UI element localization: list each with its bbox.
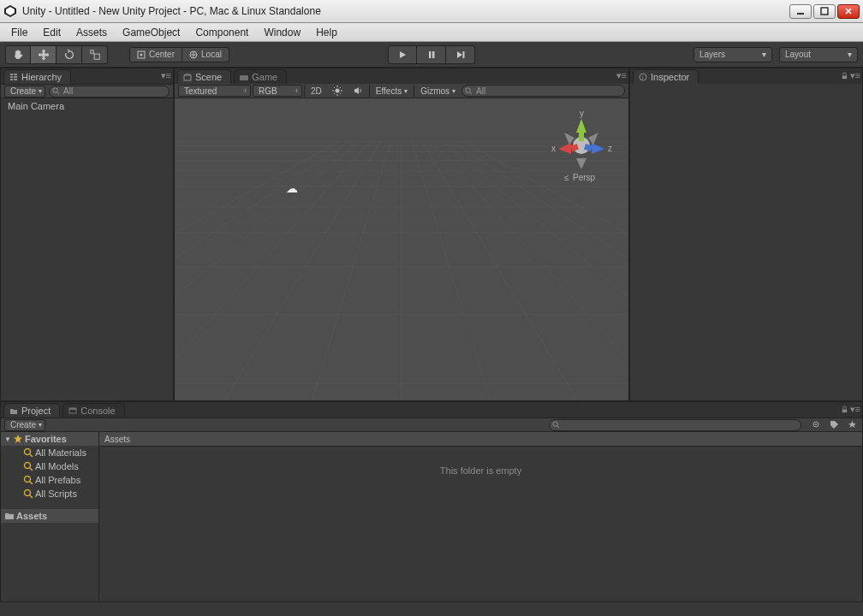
- pivot-local-button[interactable]: Local: [182, 47, 229, 62]
- menu-gameobject[interactable]: GameObject: [115, 25, 187, 40]
- pivot-center-button[interactable]: Center: [129, 47, 182, 62]
- svg-point-20: [53, 88, 57, 92]
- scene-viewport[interactable]: ☁ y x z: [175, 98, 628, 400]
- svg-point-85: [25, 477, 31, 483]
- tab-console[interactable]: Console: [62, 403, 124, 418]
- svg-marker-65: [592, 143, 604, 154]
- fav-all-materials[interactable]: All Materials: [1, 446, 98, 459]
- menu-help[interactable]: Help: [308, 25, 345, 40]
- scene-light-toggle[interactable]: [328, 85, 347, 97]
- svg-point-22: [335, 89, 339, 93]
- titlebar: Unity - Untitled - New Unity Project - P…: [0, 0, 863, 23]
- step-button[interactable]: [446, 45, 475, 64]
- lock-icon[interactable]: [841, 406, 848, 413]
- search-by-label-icon[interactable]: [828, 418, 841, 431]
- scene-2d-toggle[interactable]: 2D: [307, 85, 326, 97]
- project-panel: Project Console ▾≡ Create ▼: [0, 401, 863, 616]
- svg-line-28: [340, 93, 341, 94]
- lock-icon[interactable]: [841, 72, 848, 80]
- unity-logo-icon: [3, 4, 17, 18]
- maximize-button[interactable]: [813, 4, 836, 19]
- svg-rect-76: [69, 408, 76, 410]
- svg-marker-12: [457, 51, 462, 58]
- svg-point-78: [553, 422, 557, 426]
- directional-light-icon: ☁: [286, 181, 298, 195]
- save-search-icon[interactable]: [846, 418, 859, 431]
- play-button[interactable]: [388, 45, 417, 64]
- svg-line-46: [412, 141, 498, 400]
- svg-text:z: z: [608, 144, 612, 153]
- gizmo-axis-icon[interactable]: y x z ≤: [547, 107, 616, 184]
- svg-rect-13: [462, 51, 464, 58]
- svg-point-32: [466, 87, 470, 92]
- svg-line-45: [304, 141, 390, 400]
- svg-rect-4: [90, 50, 93, 53]
- menu-window[interactable]: Window: [256, 25, 308, 40]
- hand-tool-button[interactable]: [5, 45, 31, 64]
- menu-assets[interactable]: Assets: [68, 25, 115, 40]
- svg-rect-15: [10, 76, 13, 78]
- rotate-tool-button[interactable]: [57, 45, 82, 64]
- scene-search-input[interactable]: All: [461, 85, 625, 97]
- hierarchy-item-main-camera[interactable]: Main Camera: [1, 98, 173, 114]
- scene-effects-dropdown[interactable]: Effects▾: [372, 85, 412, 97]
- svg-line-27: [334, 87, 335, 88]
- fav-all-models[interactable]: All Models: [1, 459, 98, 473]
- hierarchy-context-icon[interactable]: ▾≡: [161, 70, 171, 81]
- svg-marker-82: [14, 435, 22, 443]
- svg-text:Persp: Persp: [573, 173, 596, 182]
- menu-component[interactable]: Component: [187, 25, 256, 40]
- project-search-input[interactable]: [549, 419, 801, 431]
- close-button[interactable]: [837, 4, 860, 19]
- svg-marker-63: [558, 143, 571, 154]
- svg-point-83: [25, 449, 31, 455]
- empty-folder-label: This folder is empty: [99, 465, 862, 476]
- svg-rect-2: [797, 13, 804, 15]
- inspector-panel: iInspector ▾≡: [629, 68, 863, 401]
- scene-gizmos-dropdown[interactable]: Gizmos▾: [416, 85, 460, 97]
- minimize-button[interactable]: [789, 4, 812, 19]
- favorites-header[interactable]: ▼ Favorites: [1, 432, 98, 446]
- fav-all-scripts[interactable]: All Scripts: [1, 487, 98, 500]
- scene-context-icon[interactable]: ▾≡: [616, 70, 627, 81]
- scene-shading-dropdown[interactable]: Textured: [178, 85, 251, 97]
- move-tool-button[interactable]: [31, 45, 57, 64]
- inspector-context-icon[interactable]: ▾≡: [841, 70, 860, 81]
- svg-line-47: [209, 141, 380, 400]
- svg-rect-74: [842, 76, 846, 80]
- menu-edit[interactable]: Edit: [35, 25, 68, 40]
- svg-rect-17: [14, 74, 17, 75]
- project-context-icon[interactable]: ▾≡: [841, 404, 860, 415]
- svg-rect-77: [842, 410, 846, 413]
- tab-inspector[interactable]: iInspector: [633, 69, 699, 84]
- scene-rgb-dropdown[interactable]: RGB: [253, 85, 302, 97]
- pause-button[interactable]: [417, 45, 446, 64]
- tab-hierarchy[interactable]: Hierarchy: [3, 69, 71, 84]
- scene-panel: Scene Game ▾≡ Textured RGB 2D Effects▾ G…: [174, 68, 629, 401]
- scene-audio-toggle[interactable]: [348, 85, 367, 97]
- tab-project[interactable]: Project: [3, 403, 60, 418]
- svg-rect-11: [432, 51, 435, 58]
- project-create-dropdown[interactable]: Create: [4, 419, 45, 431]
- search-by-type-icon[interactable]: [810, 418, 823, 431]
- svg-marker-69: [588, 133, 598, 145]
- play-controls: [388, 45, 475, 64]
- svg-marker-31: [354, 87, 359, 94]
- svg-marker-68: [564, 133, 574, 145]
- svg-line-55: [175, 141, 339, 400]
- tab-scene[interactable]: Scene: [177, 69, 231, 84]
- layout-dropdown[interactable]: Layout▾: [779, 47, 858, 62]
- hierarchy-search-input[interactable]: All: [49, 86, 170, 98]
- tab-game[interactable]: Game: [234, 69, 287, 84]
- breadcrumb[interactable]: Assets: [99, 432, 862, 447]
- fav-all-prefabs[interactable]: All Prefabs: [1, 473, 98, 487]
- hierarchy-create-dropdown[interactable]: Create: [4, 86, 45, 98]
- scale-tool-button[interactable]: [82, 45, 108, 64]
- svg-rect-16: [10, 79, 13, 80]
- svg-rect-14: [10, 74, 13, 75]
- svg-text:i: i: [642, 74, 644, 80]
- assets-folder[interactable]: Assets: [1, 509, 98, 523]
- menu-file[interactable]: File: [3, 25, 35, 40]
- svg-rect-10: [429, 51, 432, 58]
- layers-dropdown[interactable]: Layers▾: [693, 47, 772, 62]
